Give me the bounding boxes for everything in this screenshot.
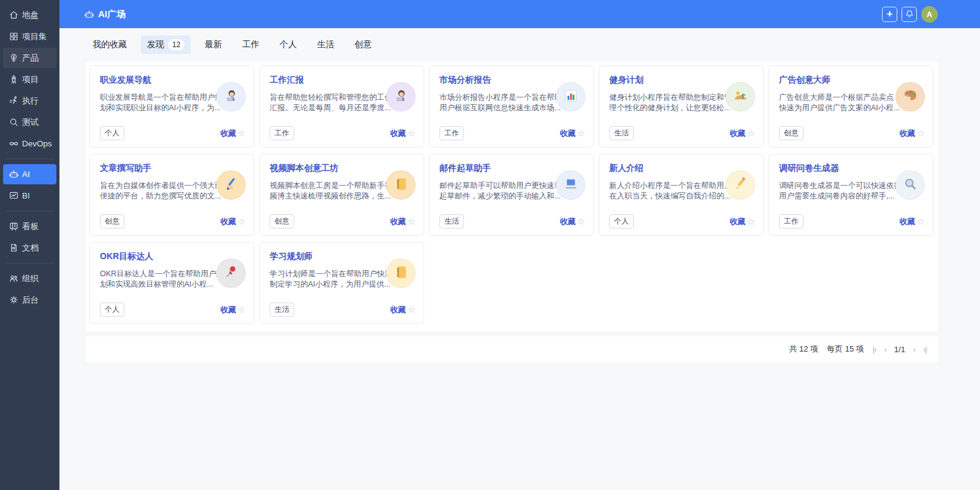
infinity-icon [8,138,19,149]
card-category-tag: 个人 [100,126,124,140]
tab-latest[interactable]: 最新 [199,36,228,54]
tab-life[interactable]: 生活 [311,36,340,54]
sidebar-item-devops[interactable]: DevOps [3,134,56,154]
cards-grid: 职业发展导航 职业发展导航是一个旨在帮助用户规划和实现职业目标的AI小程序，为.… [89,66,934,324]
app-card[interactable]: 视频脚本创意工坊 视频脚本创意工房是一个帮助新手视频博主快速梳理视频创作思路，生… [259,154,424,236]
card-icon-circle [386,258,416,288]
card-category-tag: 个人 [100,303,124,317]
card-category-tag: 创意 [270,214,294,228]
tab-discover[interactable]: 发现 12 [141,36,191,54]
card-category-tag: 创意 [100,214,124,228]
star-icon: ☆ [747,129,755,138]
favorite-button[interactable]: 收藏 ☆ [560,128,585,139]
search-icon [8,117,19,128]
bar-chart-icon [563,88,579,107]
pagination-total: 共 12 项 [789,344,818,355]
bell-icon [905,9,914,19]
rocket-icon [8,74,19,85]
card-icon-circle [726,82,755,111]
card-footer: 生活 收藏 ☆ [609,126,755,140]
sidebar-item-admin[interactable]: 后台 [3,290,56,310]
tab-favorites[interactable]: 我的收藏 [86,36,133,54]
favorite-button[interactable]: 收藏 ☆ [221,128,246,139]
grid-icon [8,31,19,42]
sidebar-item-execute[interactable]: 执行 [3,91,56,111]
first-page-icon[interactable]: |‹ [873,345,876,354]
home-icon [8,10,19,21]
tab-work[interactable]: 工作 [236,36,265,54]
favorite-label: 收藏 [221,304,237,315]
favorite-label: 收藏 [560,128,576,139]
app-card[interactable]: 工作汇报 旨在帮助您轻松撰写和管理您的工作汇报。无论是每周、每月还是季度... … [259,66,424,148]
app-card[interactable]: 健身计划 健身计划小程序旨在帮助您制定和管理个性化的健身计划，让您更轻松... … [599,66,764,148]
sidebar-item-label: DevOps [22,139,52,148]
favorite-button[interactable]: 收藏 ☆ [730,216,755,227]
sidebar-item-label: 地盘 [22,10,39,21]
sidebar-item-kanban[interactable]: 看板 [3,216,56,236]
people-icon [8,273,19,284]
favorite-label: 收藏 [730,216,746,227]
add-button[interactable]: + [882,7,897,22]
sidebar-item-label: 测试 [22,117,39,128]
favorite-button[interactable]: 收藏 ☆ [900,128,925,139]
card-icon-circle [556,82,585,111]
sidebar-item-product[interactable]: 产品 [3,48,56,68]
pagination-nav: |‹ ‹ 1/1 › ›| [873,345,927,354]
favorite-label: 收藏 [730,128,746,139]
tab-personal[interactable]: 个人 [273,36,303,54]
card-description: 视频脚本创意工房是一个帮助新手视频博主快速梳理视频创作思路，生... [270,181,397,202]
card-category-tag: 个人 [609,214,634,228]
sidebar-item-docs[interactable]: 文档 [3,238,56,258]
card-category-tag: 生活 [439,214,464,228]
favorite-button[interactable]: 收藏 ☆ [221,304,246,315]
card-description: 新人介绍小程序是一个旨在帮助用户在入职当天，快速编写自我介绍的... [609,181,737,202]
favorite-button[interactable]: 收藏 ☆ [390,304,416,315]
robot-icon [84,9,94,20]
app-card[interactable]: 市场分析报告 市场分析报告小程序是一个旨在帮助用户根据互联网信息快速生成市场..… [429,66,594,148]
gear-icon [8,295,19,306]
star-icon: ☆ [238,129,246,138]
last-page-icon[interactable]: ›| [923,345,927,354]
card-footer: 生活 收藏 ☆ [270,303,416,317]
prev-page-icon[interactable]: ‹ [884,345,886,354]
favorite-button[interactable]: 收藏 ☆ [221,216,246,227]
card-description: 调研问卷生成器是一个可以快速依据用户需要生成问卷内容的好帮手,... [779,181,906,202]
favorite-button[interactable]: 收藏 ☆ [900,216,925,227]
tab-creative[interactable]: 创意 [348,36,378,54]
next-page-icon[interactable]: › [913,345,915,354]
sidebar-item-home[interactable]: 地盘 [3,5,56,25]
app-card[interactable]: 职业发展导航 职业发展导航是一个旨在帮助用户规划和实现职业目标的AI小程序，为.… [89,66,254,148]
app-card[interactable]: 广告创意大师 广告创意大师是一个根据产品卖点，快速为用户提供广告文案的AI小程.… [769,66,933,148]
sidebar-item-bi[interactable]: BI [3,186,56,206]
sidebar-item-label: BI [22,191,30,200]
card-category-tag: 创意 [779,126,803,140]
app-card[interactable]: 邮件起草助手 邮件起草助手可以帮助用户更快速地起草邮件，减少繁琐的手动输入和..… [429,154,594,236]
sidebar-item-test[interactable]: 测试 [3,112,56,132]
app-card[interactable]: 文章撰写助手 旨在为自媒体创作者提供一个强大而便捷的平台，助力您撰写优质的文..… [89,154,254,236]
magnifier-icon [902,176,919,195]
favorite-label: 收藏 [900,128,916,139]
notebook-icon [393,176,409,195]
favorite-button[interactable]: 收藏 ☆ [390,216,416,227]
favorite-button[interactable]: 收藏 ☆ [560,216,585,227]
app-card[interactable]: 调研问卷生成器 调研问卷生成器是一个可以快速依据用户需要生成问卷内容的好帮手,.… [769,154,933,236]
pagination-per-page: 每页 15 项 [827,344,864,355]
sidebar-item-label: 项目集 [22,31,47,42]
notifications-button[interactable] [902,7,917,22]
tab-label: 生活 [317,39,334,50]
sidebar-item-org[interactable]: 组织 [3,268,56,288]
sidebar-item-project[interactable]: 项目 [3,69,56,89]
sidebar-item-project-set[interactable]: 项目集 [3,26,56,47]
app-card[interactable]: OKR目标达人 OKR目标达人是一个旨在帮助用户规划和实现高效目标管理的AI小程… [89,242,254,324]
sidebar-item-ai[interactable]: AI [3,164,56,184]
tab-label: 我的收藏 [93,39,127,50]
bulb-icon [8,53,19,64]
favorite-button[interactable]: 收藏 ☆ [730,128,755,139]
favorite-button[interactable]: 收藏 ☆ [390,128,416,139]
card-footer: 生活 收藏 ☆ [439,214,585,228]
card-icon-circle [216,258,246,288]
user-avatar[interactable]: A [921,6,938,23]
app-card[interactable]: 学习规划师 学习计划师是一个旨在帮助用户快速制定学习的AI小程序，为用户提供..… [259,242,424,324]
app-card[interactable]: 新人介绍 新人介绍小程序是一个旨在帮助用户在入职当天，快速编写自我介绍的... … [599,154,764,236]
header-actions: + A [882,6,938,23]
